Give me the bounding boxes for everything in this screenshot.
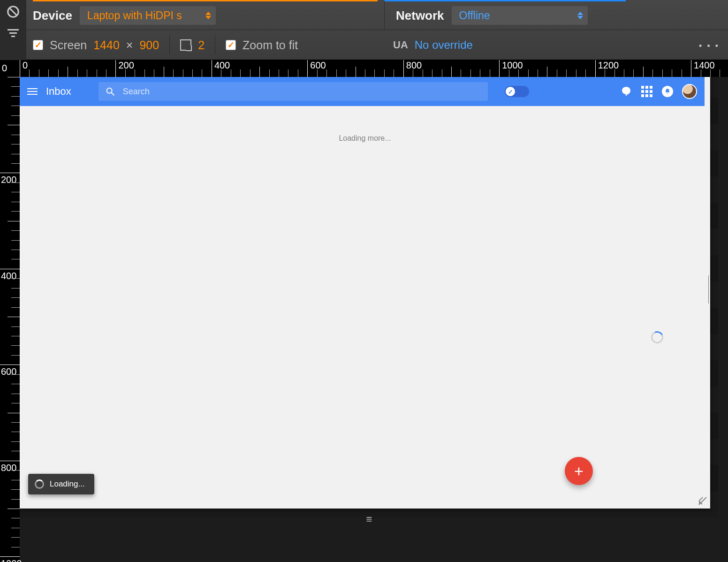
ua-override-link[interactable]: No override xyxy=(415,38,473,52)
dpr-icon[interactable] xyxy=(180,39,191,51)
resize-corner-icon[interactable] xyxy=(698,496,707,506)
separator xyxy=(215,36,215,54)
no-entry-icon[interactable] xyxy=(6,5,20,19)
resize-handle-right[interactable] xyxy=(708,275,710,304)
device-frame: Inbox xyxy=(20,77,710,509)
ruler-h-zero: 0 xyxy=(2,63,7,74)
pin-icon xyxy=(506,87,515,96)
dimension-times: × xyxy=(126,38,133,52)
search-input[interactable] xyxy=(123,87,481,97)
apps-grid-icon[interactable] xyxy=(641,85,653,98)
svg-line-6 xyxy=(112,93,114,96)
network-label: Network xyxy=(396,8,444,23)
loading-toast: Loading... xyxy=(28,474,94,494)
notifications-icon[interactable] xyxy=(661,85,674,98)
devtools-toolbar: Device Laptop with HiDPI s Network Offli… xyxy=(26,0,728,60)
dpr-value[interactable]: 2 xyxy=(198,38,205,52)
drawer-handle-icon[interactable]: ≡ xyxy=(366,513,372,525)
inbox-app: Inbox xyxy=(20,77,710,509)
device-label: Device xyxy=(33,8,72,23)
svg-rect-3 xyxy=(9,32,17,34)
separator xyxy=(169,36,170,54)
inbox-header: Inbox xyxy=(20,77,705,106)
screen-label: Screen xyxy=(50,38,87,52)
toast-text: Loading... xyxy=(50,479,85,489)
avatar[interactable] xyxy=(682,84,697,99)
chevron-updown-icon xyxy=(577,12,583,19)
ruler-vertical: 2004006008001000 xyxy=(0,77,20,562)
screen-checkbox[interactable] xyxy=(33,40,43,50)
ua-label: UA xyxy=(393,39,408,51)
zoom-label: Zoom to fit xyxy=(243,38,298,52)
inbox-title: Inbox xyxy=(46,85,71,98)
device-select[interactable]: Laptop with HiDPI s xyxy=(80,6,216,25)
network-select[interactable]: Offline xyxy=(452,6,588,25)
devtools-sidebar xyxy=(0,0,26,60)
scrollbar-spacer xyxy=(705,77,710,106)
plus-icon: + xyxy=(574,462,584,480)
pin-toggle[interactable] xyxy=(505,86,529,97)
svg-line-1 xyxy=(10,8,17,15)
loading-more-text: Loading more... xyxy=(339,134,391,143)
svg-rect-4 xyxy=(11,36,15,37)
spinner-icon xyxy=(35,479,44,489)
more-icon[interactable]: • • • xyxy=(699,41,720,51)
filter-icon[interactable] xyxy=(7,28,20,38)
screen-height[interactable]: 900 xyxy=(139,38,159,52)
ruler-horizontal: 0 0200400600800100012001400 xyxy=(0,60,728,77)
svg-rect-2 xyxy=(8,29,19,30)
inbox-content: Loading more... Loading... + xyxy=(20,106,710,509)
hangouts-icon[interactable] xyxy=(620,85,632,98)
search-field[interactable] xyxy=(99,82,488,101)
loading-spinner-icon xyxy=(649,329,665,345)
search-icon xyxy=(105,86,115,97)
chevron-updown-icon xyxy=(205,12,211,19)
screen-width[interactable]: 1440 xyxy=(93,38,120,52)
network-select-value: Offline xyxy=(459,9,490,22)
viewport-stage: Inbox xyxy=(20,77,719,518)
svg-point-5 xyxy=(106,88,112,93)
compose-fab[interactable]: + xyxy=(565,457,593,485)
zoom-checkbox[interactable] xyxy=(226,40,236,50)
hamburger-icon[interactable] xyxy=(27,88,38,95)
device-select-value: Laptop with HiDPI s xyxy=(87,9,182,22)
